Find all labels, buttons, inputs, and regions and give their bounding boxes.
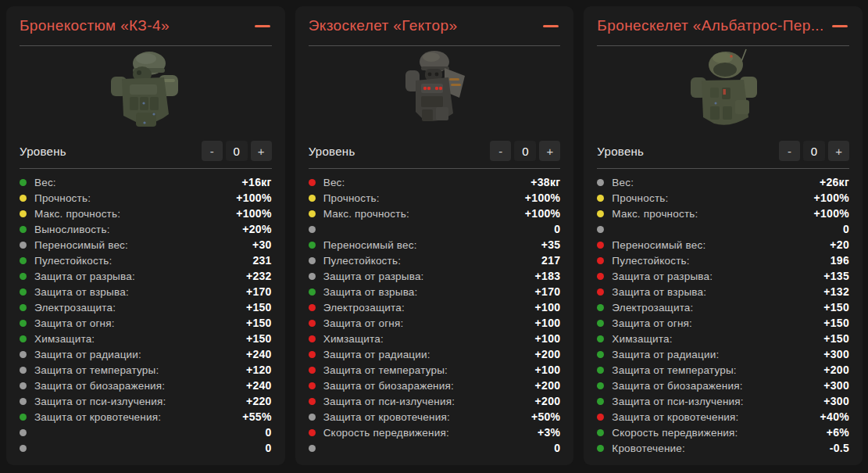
stat-value: +300 xyxy=(817,348,849,360)
stat-value: +16кг xyxy=(236,176,272,188)
card-header: Бронескелет «Альбатрос-Пер... xyxy=(597,6,849,45)
level-increase-button[interactable]: + xyxy=(539,141,560,161)
stat-dot-icon xyxy=(309,320,316,327)
stat-row: Защита от взрыва: +132 xyxy=(597,284,849,299)
stat-label: Макс. прочность: xyxy=(34,208,120,220)
level-label: Уровень xyxy=(309,145,355,158)
stat-dot-icon xyxy=(597,195,604,202)
stat-dot-icon xyxy=(20,195,27,202)
stat-value: +50% xyxy=(525,410,560,423)
stat-value: 196 xyxy=(824,254,849,267)
stat-dot-icon xyxy=(20,273,27,280)
stat-value: +35 xyxy=(535,238,561,251)
stat-value: +150 xyxy=(240,332,272,345)
stat-dot-icon xyxy=(597,242,604,249)
stat-value: 0 xyxy=(548,223,560,235)
stat-dot-icon xyxy=(597,288,604,296)
stat-dot-icon xyxy=(309,382,316,389)
stat-label: Защита от огня: xyxy=(323,317,404,329)
armor-card: Бронескелет «Альбатрос-Пер... Уровень - … xyxy=(584,6,863,465)
level-decrease-button[interactable]: - xyxy=(490,141,511,161)
card-title: Экзоскелет «Гектор» xyxy=(309,17,534,34)
stat-dot-icon xyxy=(597,335,604,342)
stat-label: Защита от взрыва: xyxy=(323,286,418,298)
stat-value: +55% xyxy=(236,410,271,423)
stat-dot-icon xyxy=(309,367,316,374)
stat-dot-icon xyxy=(597,257,604,264)
stat-row: Электрозащита: +100 xyxy=(309,299,561,315)
stat-dot-icon xyxy=(597,320,604,327)
stat-dot-icon xyxy=(309,288,316,296)
level-label: Уровень xyxy=(597,145,644,158)
stat-label: Химзащита: xyxy=(612,333,672,345)
stat-dot-icon xyxy=(20,351,27,358)
minus-icon xyxy=(832,25,848,27)
stat-row: Защита от огня: +150 xyxy=(597,315,849,331)
stat-row: Пулестойкость: 196 xyxy=(597,253,849,268)
stat-label: Защита от кровотечения: xyxy=(34,411,161,423)
stat-value: +100% xyxy=(519,207,560,220)
stat-row: Химзащита: +100 xyxy=(309,331,561,346)
remove-from-compare-button[interactable] xyxy=(823,19,849,34)
stat-row: Вес: +16кг xyxy=(20,174,272,190)
stat-dot-icon xyxy=(20,226,27,233)
stat-row: Защита от температуры: +120 xyxy=(20,362,272,378)
stat-label: Химзащита: xyxy=(323,333,384,345)
stat-dot-icon xyxy=(597,226,604,233)
stat-dot-icon xyxy=(20,257,27,264)
level-decrease-button[interactable]: - xyxy=(202,141,223,161)
stat-value: +100 xyxy=(529,317,561,329)
stat-dot-icon xyxy=(309,257,316,264)
stat-value: +30 xyxy=(246,238,272,251)
stat-row: Защита от температуры: +100 xyxy=(309,362,561,378)
stat-label: Защита от огня: xyxy=(612,317,692,329)
level-increase-button[interactable]: + xyxy=(828,141,849,161)
stat-label: Прочность: xyxy=(612,192,668,204)
stat-label: Пулестойкость: xyxy=(323,255,401,267)
stat-row: Электрозащита: +150 xyxy=(597,299,849,315)
stat-value: +200 xyxy=(529,379,561,392)
stat-dot-icon xyxy=(20,288,27,296)
stat-label: Химзащита: xyxy=(34,333,95,345)
stat-label: Прочность: xyxy=(323,192,380,204)
stat-label: Защита от пси-излучения: xyxy=(34,396,166,407)
stat-row: Электрозащита: +150 xyxy=(20,299,272,315)
stat-row: Макс. прочность: +100% xyxy=(597,206,849,221)
stat-dot-icon xyxy=(309,414,316,421)
card-header: Бронекостюм «КЗ-4» xyxy=(20,6,272,45)
remove-from-compare-button[interactable] xyxy=(534,19,560,34)
stat-value: +232 xyxy=(240,270,272,282)
stat-value: +300 xyxy=(817,395,849,407)
stat-label: Защита от температуры: xyxy=(612,364,736,376)
stat-value: 0 xyxy=(259,442,272,454)
stat-row: Макс. прочность: +100% xyxy=(309,206,561,221)
stat-row: Прочность: +100% xyxy=(309,190,561,206)
stat-row: Защита от разрыва: +183 xyxy=(309,268,561,284)
stat-value: +170 xyxy=(529,285,561,298)
remove-from-compare-button[interactable] xyxy=(245,19,272,34)
stat-row: Защита от пси-излучения: +300 xyxy=(597,393,849,409)
stat-dot-icon xyxy=(309,445,316,452)
stat-value: +150 xyxy=(817,332,849,345)
stat-label: Электрозащита: xyxy=(34,302,116,314)
stat-value: 0 xyxy=(548,442,560,454)
stat-row: Защита от огня: +150 xyxy=(20,315,272,331)
stat-label: Защита от кровотечения: xyxy=(323,411,450,423)
stat-value: +100 xyxy=(529,301,561,314)
level-increase-button[interactable]: + xyxy=(251,141,272,161)
stat-dot-icon xyxy=(20,429,27,436)
stat-value: +100 xyxy=(529,332,561,345)
stat-value: +240 xyxy=(240,348,272,360)
stat-value: +100% xyxy=(519,192,560,204)
level-stepper: - 0 + xyxy=(779,141,849,161)
stat-row: Защита от разрыва: +135 xyxy=(597,268,849,284)
stat-label: Защита от биозаражения: xyxy=(34,380,165,392)
stat-value: +200 xyxy=(817,364,849,376)
stat-row: Защита от взрыва: +170 xyxy=(309,284,561,299)
level-decrease-button[interactable]: - xyxy=(779,141,800,161)
stat-value: +100% xyxy=(808,192,849,204)
stat-dot-icon xyxy=(597,382,604,389)
stat-row: Защита от биозаражения: +200 xyxy=(309,378,561,393)
stat-dot-icon xyxy=(309,226,316,233)
stat-value: +200 xyxy=(529,348,561,360)
